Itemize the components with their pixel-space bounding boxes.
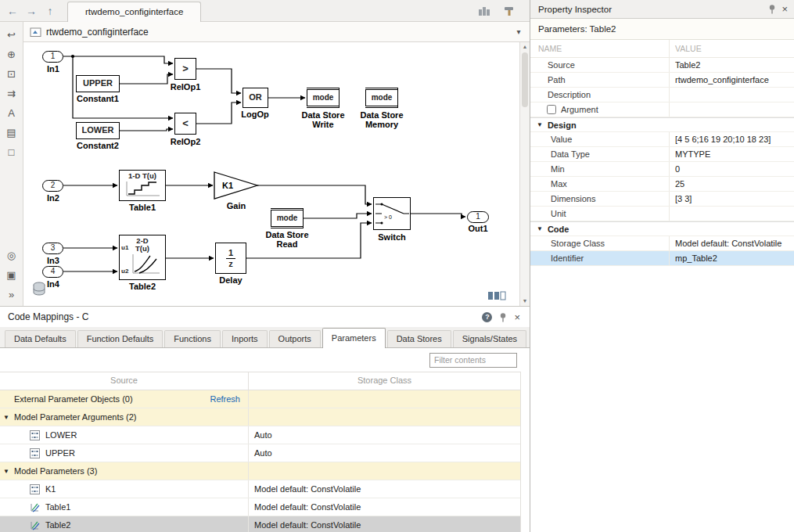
row-external-parameter-objects[interactable]: External Parameter Objects (0) Refresh [0,390,520,408]
canvas-vertical-scrollbar[interactable]: ▲ ▼ [519,42,530,306]
document-tab-label: rtwdemo_configinterface [85,7,183,16]
storage-class-cell[interactable]: Auto [249,444,520,462]
storage-class-cell[interactable]: Auto [249,426,520,444]
camera-icon[interactable]: ◎ [2,246,21,264]
scrollbar-thumb[interactable] [522,52,528,107]
build-button[interactable] [500,2,519,20]
scroll-up-icon[interactable]: ▲ [520,42,530,52]
argument-checkbox[interactable] [547,105,556,114]
inspected-object: Parameters: Table2 [530,19,794,40]
data-store-write-block[interactable]: mode [307,88,340,108]
row-lower[interactable]: LOWER Auto [0,426,520,444]
section-caret-icon[interactable]: ▼ [537,225,543,232]
tab-data-defaults[interactable]: Data Defaults [5,330,76,347]
inport3-block[interactable]: 3 [42,243,63,254]
annotation-icon[interactable]: A [2,104,21,122]
delay-block[interactable]: 1 z [215,243,246,274]
prop-value[interactable]: Model default: ConstVolatile [669,236,794,250]
data-store-memory-block[interactable]: mode [365,88,398,108]
storage-class-cell[interactable]: Model default: ConstVolatile [249,480,520,498]
route-arrows-icon[interactable]: ⇉ [2,84,21,102]
tab-function-defaults[interactable]: Function Defaults [77,330,163,347]
up-to-parent-button[interactable]: ↑ [41,2,59,20]
prop-value[interactable] [669,207,794,221]
forward-button[interactable]: → [22,2,41,20]
row-upper[interactable]: UPPER Auto [0,444,520,462]
fit-to-view-icon[interactable]: ⊡ [2,65,21,83]
tab-outports[interactable]: Outports [269,330,321,347]
area-box-icon[interactable]: □ [2,143,21,161]
outport1-block[interactable]: 1 [467,211,489,223]
table2-block[interactable]: 2-D T(u) u1 u2 [119,235,166,280]
prop-value[interactable]: mp_Table2 [669,251,794,265]
inport2-block[interactable]: 2 [42,180,63,192]
filter-input[interactable] [429,353,517,368]
prop-value[interactable]: 0 [669,162,794,176]
gain-block[interactable] [214,172,257,199]
inport4-block[interactable]: 4 [42,266,63,278]
copy-view-icon[interactable]: ▣ [2,266,21,284]
codegen-button[interactable] [475,2,494,20]
row-table2[interactable]: Table2 Model default: ConstVolatile [0,516,520,532]
prop-value[interactable]: MYTYPE [669,147,794,161]
row-table1[interactable]: Table1 Model default: ConstVolatile [0,498,520,516]
scroll-down-icon[interactable]: ▼ [520,297,530,306]
breadcrumb-dropdown[interactable]: ▾ [511,27,526,36]
prop-name: Source [530,58,669,72]
prop-value[interactable] [669,88,794,102]
diagram-canvas[interactable]: K1 1 In1 2 In2 3 In3 4 In4 1 Out1 UPPER … [23,42,530,306]
relop2-block[interactable]: < [174,113,196,135]
switch-block[interactable]: > 0 [373,197,411,230]
constant2-block[interactable]: LOWER [76,122,120,139]
storage-class-cell[interactable]: Model default: ConstVolatile [249,498,520,516]
collapse-caret-icon[interactable]: ▼ [3,468,9,475]
prop-value[interactable]: [4 5 6;16 19 20;10 18 23] [669,132,794,146]
delay-label: Delay [207,275,254,285]
prop-value[interactable]: rtwdemo_configinterface [669,73,794,87]
constant1-block[interactable]: UPPER [76,75,120,92]
return-icon[interactable]: ↩ [2,26,21,44]
document-tab[interactable]: rtwdemo_configinterface [67,2,201,22]
tab-signals-states[interactable]: Signals/States [453,330,526,347]
refresh-link[interactable]: Refresh [210,394,240,404]
row-k1[interactable]: K1 Model default: ConstVolatile [0,480,520,498]
close-icon[interactable]: × [514,312,520,322]
column-header-storage-class[interactable]: Storage Class [249,372,520,390]
zoom-in-icon[interactable]: ⊕ [2,45,21,63]
tab-data-stores[interactable]: Data Stores [387,330,451,347]
table1-block[interactable]: 1-D T(u) [119,170,166,201]
section-code[interactable]: ▼ Code [530,221,794,236]
column-header-source[interactable]: Source [0,372,249,390]
pin-icon[interactable] [768,4,776,14]
section-caret-icon[interactable]: ▼ [537,121,543,128]
view-controls-icon[interactable] [487,291,508,300]
logop-block[interactable]: OR [243,88,268,108]
back-button[interactable]: ← [3,2,22,20]
prop-value[interactable]: 25 [669,177,794,191]
breadcrumb-model[interactable]: rtwdemo_configinterface [46,27,149,38]
inspector-column-headers: NAME VALUE [530,40,794,58]
group-model-parameters[interactable]: ▼ Model Parameters (3) [0,462,520,480]
tab-inports[interactable]: Inports [222,330,268,347]
data-store-badge-icon[interactable] [31,281,47,298]
constant1-label: Constant1 [66,94,129,103]
prop-value[interactable]: Table2 [669,58,794,72]
inport1-block[interactable]: 1 [42,51,63,63]
help-icon[interactable]: ? [482,312,492,322]
parameter-icon [30,484,40,494]
lookup-curve-icon [123,180,162,199]
pin-icon[interactable] [499,312,507,322]
prop-value[interactable]: [3 3] [669,192,794,206]
expand-toolstrip-icon[interactable]: » [2,286,21,304]
prop-row-max: Max 25 [530,177,794,192]
section-design[interactable]: ▼ Design [530,117,794,132]
storage-class-cell[interactable]: Model default: ConstVolatile [249,516,520,532]
tab-parameters[interactable]: Parameters [322,328,386,348]
relop1-block[interactable]: > [174,58,196,80]
image-icon[interactable]: ▤ [2,124,21,142]
tab-functions[interactable]: Functions [164,330,221,347]
close-icon[interactable]: × [781,4,788,14]
data-store-read-block[interactable]: mode [271,208,304,228]
collapse-caret-icon[interactable]: ▼ [3,414,9,421]
group-model-parameter-arguments[interactable]: ▼ Model Parameter Arguments (2) [0,408,520,426]
